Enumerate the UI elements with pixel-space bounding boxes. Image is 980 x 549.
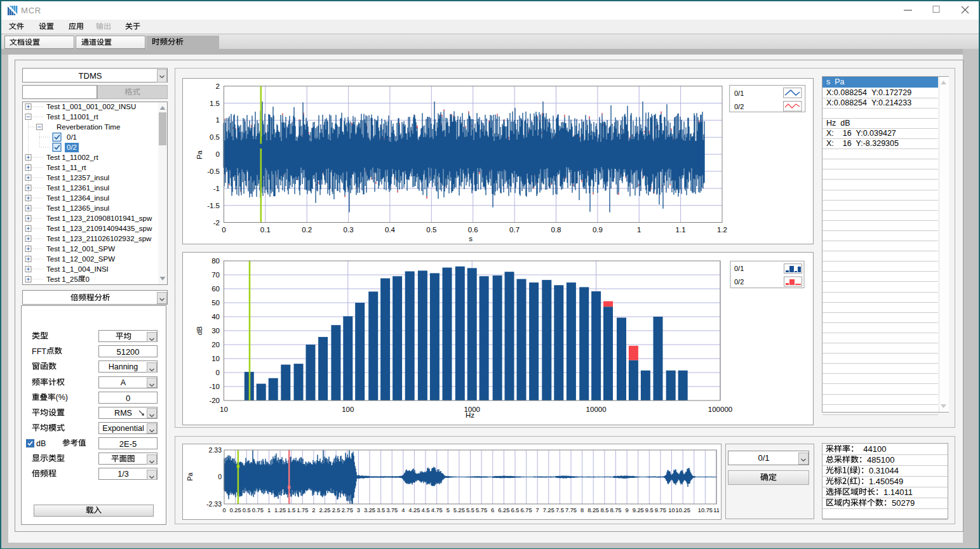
svg-text:-2.33: -2.33 <box>206 500 222 508</box>
svg-text:11: 11 <box>713 507 720 513</box>
svg-text:0: 0 <box>218 473 222 480</box>
svg-text:6.25: 6.25 <box>498 507 509 513</box>
svg-text:8.25: 8.25 <box>587 507 599 513</box>
svg-text:100: 100 <box>342 406 354 413</box>
svg-text:9.75: 9.75 <box>655 507 666 513</box>
svg-text:1.25: 1.25 <box>274 507 286 513</box>
svg-text:1: 1 <box>216 116 220 124</box>
svg-text:0.3: 0.3 <box>344 226 354 234</box>
svg-text:7.5: 7.5 <box>556 507 564 513</box>
svg-text:s: s <box>469 235 473 242</box>
svg-text:3: 3 <box>357 507 360 513</box>
svg-text:80: 80 <box>211 257 220 265</box>
svg-text:10.75: 10.75 <box>698 507 713 513</box>
svg-text:7.25: 7.25 <box>543 507 554 513</box>
svg-text:-1.5: -1.5 <box>207 202 220 209</box>
svg-text:40: 40 <box>211 313 220 321</box>
svg-text:0: 0 <box>222 226 225 234</box>
svg-text:10: 10 <box>220 406 228 413</box>
svg-text:0.4: 0.4 <box>385 226 396 234</box>
svg-text:6.75: 6.75 <box>521 507 532 513</box>
svg-text:8.75: 8.75 <box>610 507 621 513</box>
svg-text:3.25: 3.25 <box>364 507 375 513</box>
svg-text:0.5: 0.5 <box>210 133 220 141</box>
svg-text:0.9: 0.9 <box>593 226 603 234</box>
svg-text:1.75: 1.75 <box>297 507 308 513</box>
svg-text:1: 1 <box>637 226 641 234</box>
svg-text:9: 9 <box>626 507 629 513</box>
svg-text:8.5: 8.5 <box>600 507 608 513</box>
svg-text:Pa: Pa <box>196 150 203 159</box>
svg-text:-0.5: -0.5 <box>207 168 220 175</box>
svg-text:-10: -10 <box>209 383 220 390</box>
svg-text:3.75: 3.75 <box>386 507 398 513</box>
svg-text:0: 0 <box>216 369 220 376</box>
svg-text:dB: dB <box>196 326 203 335</box>
svg-text:2.75: 2.75 <box>342 507 353 513</box>
svg-text:70: 70 <box>211 271 220 279</box>
svg-text:0.8: 0.8 <box>551 226 561 234</box>
svg-text:0.6: 0.6 <box>468 226 478 234</box>
svg-text:20: 20 <box>211 341 220 348</box>
svg-text:9.25: 9.25 <box>633 507 644 513</box>
svg-text:2.25: 2.25 <box>319 507 330 513</box>
svg-text:Hz: Hz <box>466 411 474 419</box>
svg-text:10: 10 <box>211 355 220 362</box>
svg-text:2.33: 2.33 <box>209 446 222 454</box>
svg-text:5.75: 5.75 <box>476 507 487 513</box>
svg-text:8: 8 <box>581 507 584 513</box>
svg-text:10.25: 10.25 <box>676 507 690 513</box>
svg-text:4.5: 4.5 <box>422 507 430 513</box>
svg-text:0/1: 0/1 <box>734 265 744 272</box>
svg-text:Pa: Pa <box>186 472 194 480</box>
svg-text:0.7: 0.7 <box>509 226 520 234</box>
svg-text:0: 0 <box>216 150 220 158</box>
svg-text:4.75: 4.75 <box>431 507 443 513</box>
svg-text:4: 4 <box>401 507 405 513</box>
svg-text:3.5: 3.5 <box>377 507 385 513</box>
svg-text:2: 2 <box>312 507 315 513</box>
svg-text:0: 0 <box>222 507 225 513</box>
svg-text:-1: -1 <box>213 185 220 192</box>
svg-text:2.5: 2.5 <box>332 507 340 513</box>
svg-text:0.5: 0.5 <box>426 226 436 234</box>
svg-text:1.5: 1.5 <box>287 507 295 513</box>
svg-text:60: 60 <box>211 285 220 293</box>
svg-text:-2: -2 <box>213 219 220 227</box>
svg-text:4.25: 4.25 <box>408 507 420 513</box>
svg-text:0/2: 0/2 <box>734 103 744 110</box>
svg-text:50: 50 <box>211 299 220 307</box>
svg-text:0.2: 0.2 <box>302 226 312 234</box>
svg-text:1.1: 1.1 <box>676 226 686 234</box>
svg-text:30: 30 <box>211 327 220 334</box>
svg-text:0.75: 0.75 <box>252 507 264 513</box>
svg-text:10: 10 <box>668 507 675 513</box>
svg-text:1: 1 <box>267 507 271 513</box>
svg-text:7: 7 <box>536 507 539 513</box>
svg-text:0/2: 0/2 <box>734 278 744 286</box>
svg-text:9.5: 9.5 <box>645 507 654 513</box>
svg-text:1.5: 1.5 <box>210 100 220 107</box>
svg-text:0/1: 0/1 <box>734 89 744 97</box>
svg-text:5.25: 5.25 <box>453 507 465 513</box>
svg-text:6.5: 6.5 <box>511 507 520 513</box>
svg-text:1.2: 1.2 <box>717 226 727 234</box>
svg-text:6: 6 <box>491 507 494 513</box>
svg-text:100000: 100000 <box>708 406 732 413</box>
svg-text:5.5: 5.5 <box>466 507 474 513</box>
svg-text:-20: -20 <box>209 397 220 404</box>
svg-text:0.5: 0.5 <box>243 507 251 513</box>
svg-text:10000: 10000 <box>586 406 607 413</box>
svg-text:5: 5 <box>446 507 450 513</box>
svg-text:2: 2 <box>216 83 220 90</box>
svg-text:0.25: 0.25 <box>230 507 241 513</box>
svg-text:0.1: 0.1 <box>260 226 271 234</box>
svg-text:7.75: 7.75 <box>565 507 577 513</box>
